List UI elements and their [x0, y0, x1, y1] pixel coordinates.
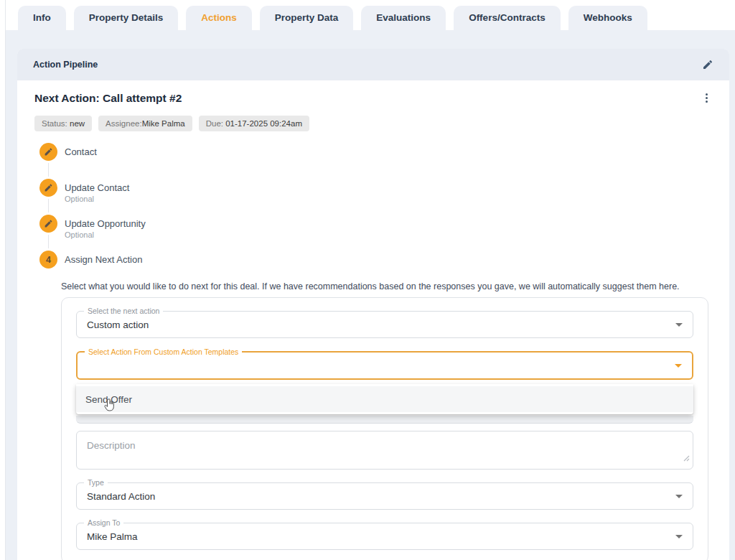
assignee-badge-value: Mike Palma — [142, 119, 185, 128]
step-label: Update Opportunity — [65, 218, 146, 229]
step-label: Assign Next Action — [65, 254, 142, 265]
title-row: Next Action: Call attempt #2 — [34, 92, 712, 105]
step-label: Update Contact — [65, 182, 129, 193]
tab-bar: Info Property Details Actions Property D… — [18, 6, 647, 30]
step-number-badge: 4 — [39, 251, 57, 269]
card-body: Next Action: Call attempt #2 Status: new… — [17, 80, 729, 560]
step-rail — [39, 215, 57, 251]
template-dropdown-menu: Send Offer — [76, 384, 693, 414]
step-sublabel: Optional — [65, 195, 129, 203]
assign-to-select[interactable]: Assign To Mike Palma — [76, 523, 693, 550]
step-rail — [39, 179, 57, 215]
pencil-icon — [39, 215, 57, 233]
step-update-contact[interactable]: Update Contact Optional — [39, 179, 712, 215]
tab-offers-contracts[interactable]: Offers/Contracts — [454, 6, 561, 30]
step-sublabel: Optional — [65, 230, 146, 239]
resize-handle-icon[interactable] — [683, 452, 690, 465]
next-action-form: Select the next action Custom action Sel… — [61, 297, 708, 560]
step-rail — [39, 143, 57, 179]
next-action-select[interactable]: Select the next action Custom action — [76, 311, 693, 338]
action-pipeline-title: Action Pipeline — [33, 60, 98, 70]
step-update-opportunity[interactable]: Update Opportunity Optional — [39, 215, 712, 251]
next-action-select-label: Select the next action — [84, 307, 163, 315]
step-label: Contact — [65, 146, 97, 157]
hand-pointer-icon — [104, 398, 115, 414]
action-pipeline-card: Action Pipeline Next Action: Call attemp… — [17, 49, 729, 560]
tab-actions[interactable]: Actions — [186, 6, 252, 30]
status-badge-label: Status: — [42, 119, 70, 128]
due-badge-label: Due: — [206, 119, 226, 128]
assign-to-select-label: Assign To — [84, 518, 123, 527]
tab-webhooks[interactable]: Webhooks — [568, 6, 647, 30]
assign-to-select-value: Mike Palma — [87, 531, 138, 542]
status-badge-value: new — [70, 119, 85, 128]
content-area: Action Pipeline Next Action: Call attemp… — [6, 30, 735, 560]
stepper: Contact Update Contact Optional — [39, 143, 712, 269]
step-connector — [48, 235, 49, 248]
status-badge: Status: new — [34, 116, 92, 131]
next-action-select-value: Custom action — [87, 319, 149, 330]
pencil-icon — [39, 143, 57, 161]
due-badge: Due: 01-17-2025 09:24am — [199, 116, 309, 131]
step-rail: 4 — [39, 251, 57, 269]
next-action-title: Next Action: Call attempt #2 — [34, 92, 182, 105]
tab-info[interactable]: Info — [18, 6, 66, 30]
type-select[interactable]: Type Standard Action — [76, 482, 693, 510]
tab-property-data[interactable]: Property Data — [260, 6, 354, 30]
step-connector — [48, 163, 49, 177]
kebab-menu-icon[interactable] — [701, 92, 712, 104]
assignee-badge: Assignee:Mike Palma — [98, 116, 192, 131]
description-field-wrap — [76, 431, 693, 470]
caret-down-icon — [675, 495, 683, 498]
assignee-badge-label: Assignee: — [106, 119, 142, 128]
tab-evaluations[interactable]: Evaluations — [361, 6, 446, 30]
type-select-value: Standard Action — [87, 491, 155, 502]
step-assign-next-action[interactable]: 4 Assign Next Action — [39, 251, 712, 269]
step-contact[interactable]: Contact — [39, 143, 712, 179]
description-input[interactable] — [76, 431, 693, 470]
caret-down-icon — [675, 323, 683, 327]
covered-field-edge — [76, 416, 693, 424]
dropdown-option-send-offer[interactable]: Send Offer — [76, 386, 693, 412]
step-number: 4 — [46, 255, 51, 265]
caret-down-icon — [675, 535, 683, 538]
custom-action-template-select-label: Select Action From Custom Action Templat… — [85, 347, 242, 356]
step-connector — [48, 199, 49, 213]
type-select-label: Type — [84, 478, 108, 487]
badges-row: Status: new Assignee:Mike Palma Due: 01-… — [34, 116, 712, 131]
step4-description: Select what you would like to do next fo… — [61, 281, 712, 291]
tab-property-details[interactable]: Property Details — [74, 6, 179, 30]
action-pipeline-header: Action Pipeline — [17, 49, 729, 80]
page: Info Property Details Actions Property D… — [0, 0, 735, 560]
due-badge-value: 01-17-2025 09:24am — [225, 119, 302, 128]
pencil-icon — [39, 179, 57, 197]
caret-down-icon — [675, 364, 682, 368]
custom-action-template-select[interactable]: Select Action From Custom Action Templat… — [76, 351, 693, 380]
pencil-icon[interactable] — [702, 59, 713, 70]
